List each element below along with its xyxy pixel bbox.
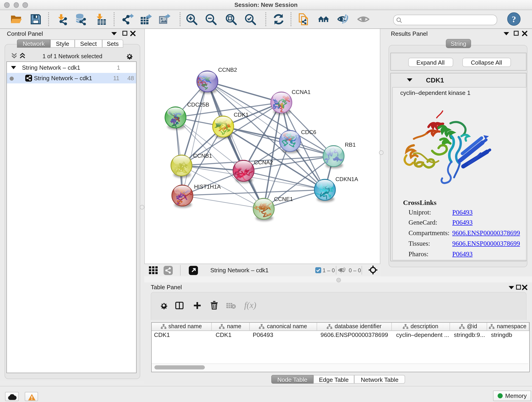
svg-text:CDKN1A: CDKN1A: [336, 176, 358, 182]
svg-text:RB1: RB1: [345, 142, 355, 148]
svg-text:CCNA2: CCNA2: [254, 159, 273, 166]
svg-text:CCNA1: CCNA1: [292, 89, 311, 95]
svg-text:?: ?: [512, 14, 516, 24]
svg-text:HIST1H1A: HIST1H1A: [194, 184, 221, 190]
svg-text:CCNB1: CCNB1: [193, 153, 212, 159]
svg-text:CDC25B: CDC25B: [187, 102, 209, 108]
svg-text:CDC6: CDC6: [301, 129, 316, 135]
svg-text:CCNB2: CCNB2: [218, 67, 237, 73]
svg-text:CDK1: CDK1: [234, 112, 249, 118]
svg-text:CCNE1: CCNE1: [274, 196, 293, 202]
